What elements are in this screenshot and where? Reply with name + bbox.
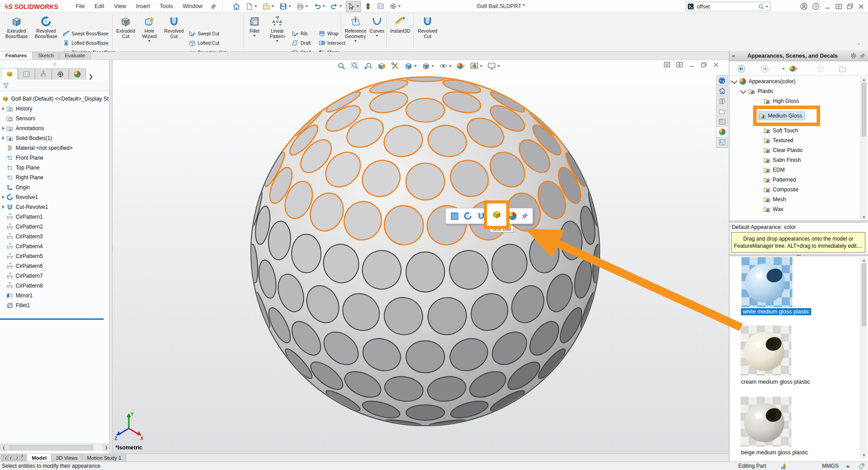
swatch-white-medium-gloss[interactable] xyxy=(741,257,792,307)
tree-item-sensors[interactable]: Sensors xyxy=(0,114,110,123)
dropdown-caret-icon[interactable] xyxy=(322,5,325,7)
tab-dimxpert-manager[interactable] xyxy=(52,68,69,80)
tab-evaluate[interactable]: Evaluate xyxy=(59,52,91,59)
tab-display-manager[interactable] xyxy=(69,68,86,80)
performance-warning-icon[interactable] xyxy=(780,463,788,470)
linear-pattern-button[interactable]: Linear Pattern xyxy=(266,14,289,50)
dropdown-caret-icon[interactable] xyxy=(432,65,434,67)
open-button[interactable] xyxy=(261,1,276,12)
collapse-chevron-icon[interactable] xyxy=(740,87,746,93)
revolved-cut-button-2[interactable]: Revolved Cut xyxy=(415,14,440,50)
rebuild-button[interactable] xyxy=(363,1,373,12)
expand-arrow-icon[interactable] xyxy=(0,107,6,110)
scroll-up-arrow[interactable]: ▲ xyxy=(862,77,866,82)
medium-gloss-selected-row[interactable]: Medium Gloss xyxy=(758,111,805,120)
tree-item-wax[interactable]: Wax xyxy=(729,204,860,214)
file-properties-button[interactable] xyxy=(375,1,386,12)
redo-button[interactable] xyxy=(329,1,344,12)
pin-icon[interactable] xyxy=(521,212,529,220)
menu-window[interactable]: Window xyxy=(178,1,207,12)
options-button[interactable] xyxy=(388,1,402,12)
edit-feature-revolve-icon[interactable] xyxy=(463,212,472,220)
collapse-chevron-icon[interactable] xyxy=(731,77,737,84)
edit-appearance-wheel-pencil-icon[interactable] xyxy=(789,64,798,73)
tree-root-part[interactable]: Golf Ball (Default) <<Default>_Display S… xyxy=(0,94,110,104)
dropdown-caret-icon[interactable] xyxy=(356,5,359,7)
dropdown-caret-icon[interactable] xyxy=(288,5,291,7)
restore-document-icon[interactable] xyxy=(701,62,707,68)
dropdown-caret-icon[interactable] xyxy=(276,40,279,42)
swatch-list-scrollbar[interactable]: ▲ ▼ xyxy=(860,257,867,458)
dropdown-caret-icon[interactable] xyxy=(782,68,785,70)
appearances-part-icon[interactable] xyxy=(491,209,502,220)
panel-viewport-splitter[interactable]: ⋮ xyxy=(110,60,113,453)
tree-item-fillet1[interactable]: Fillet1 xyxy=(0,301,110,310)
tree-item-clear-plastic[interactable]: Clear Plastic xyxy=(729,145,860,155)
tree-item-annotations[interactable]: Annotations xyxy=(0,123,110,133)
intersect-button[interactable]: Intersect xyxy=(318,38,345,47)
dropdown-caret-icon[interactable] xyxy=(398,5,401,7)
tree-item-cirpattern4[interactable]: CirPattern4 xyxy=(0,241,110,251)
panel-splitter-handle[interactable] xyxy=(0,63,110,66)
expand-arrow-icon[interactable] xyxy=(0,136,6,140)
search-dropdown-caret-icon[interactable] xyxy=(766,6,768,8)
tab-3d-views[interactable]: 3D Views xyxy=(51,454,82,462)
menu-pin-button[interactable] xyxy=(208,1,219,12)
revolved-boss-base-button[interactable]: Revolved Boss/Base xyxy=(32,14,60,50)
lofted-cut-button[interactable]: Lofted Cut xyxy=(189,38,219,47)
task-pane-splitter[interactable]: ••• xyxy=(729,254,868,256)
dropdown-caret-icon[interactable] xyxy=(271,5,274,7)
edit-appearance-button[interactable] xyxy=(456,61,466,71)
tree-item-soft-touch[interactable]: Soft Touch xyxy=(729,126,860,135)
login-user-icon[interactable] xyxy=(800,3,808,10)
tab-feature-manager[interactable] xyxy=(1,68,18,80)
reference-geometry-button[interactable]: Reference Geometry xyxy=(343,14,368,50)
dropdown-caret-icon[interactable] xyxy=(376,35,378,37)
swatch-cream-medium-gloss[interactable] xyxy=(741,326,792,376)
scroll-right-arrow[interactable]: ❯ xyxy=(102,445,110,451)
close-window-icon[interactable] xyxy=(858,3,864,10)
menu-tools[interactable]: Tools xyxy=(155,1,178,12)
show-left-pane-icon[interactable] xyxy=(664,61,670,68)
tab-design-library[interactable] xyxy=(716,96,728,106)
tree-item-edm[interactable]: EDM xyxy=(729,165,860,175)
expand-panes-icon[interactable] xyxy=(835,3,842,10)
curves-button[interactable]: Curves xyxy=(368,14,385,50)
last-tab-button[interactable]: ❯❘ xyxy=(20,455,26,461)
prev-tab-button[interactable]: ❮ xyxy=(8,455,13,461)
minimize-icon[interactable] xyxy=(824,3,831,10)
search-magnifier-icon[interactable] xyxy=(758,4,764,10)
tree-item-origin[interactable]: Origin xyxy=(0,182,110,192)
zoom-to-fit-button[interactable] xyxy=(336,61,347,71)
golf-ball-model[interactable] xyxy=(113,60,729,453)
select-tool-button[interactable] xyxy=(346,1,361,12)
tree-item-textured[interactable]: Textured xyxy=(729,135,860,145)
next-tab-button[interactable]: ❯ xyxy=(14,455,20,461)
rib-button[interactable]: Rib xyxy=(292,29,308,38)
dropdown-caret-icon[interactable] xyxy=(497,65,500,67)
tab-configuration-manager[interactable] xyxy=(35,68,52,80)
edit-sketch-icon[interactable] xyxy=(450,212,459,220)
print-button[interactable] xyxy=(295,1,310,12)
tab-motion-study[interactable]: Motion Study 1 xyxy=(83,454,127,462)
collapse-chevrons-icon[interactable]: « xyxy=(732,53,735,59)
expand-arrow-icon[interactable] xyxy=(0,195,6,199)
appearances-wheel-icon[interactable] xyxy=(508,212,517,220)
section-view-button[interactable] xyxy=(377,61,387,71)
menu-file[interactable]: File xyxy=(71,1,89,12)
tree-item-mesh[interactable]: Mesh xyxy=(729,195,860,204)
tree-item-cirpattern8[interactable]: CirPattern8 xyxy=(0,281,110,291)
tab-sketch[interactable]: Sketch xyxy=(33,52,59,59)
appearances-tree-scrollbar[interactable]: ▲ ▼ xyxy=(860,76,867,220)
tree-item-composite[interactable]: Composite xyxy=(729,185,860,195)
feature-tree-hscrollbar[interactable]: ❮ ❯ xyxy=(0,444,110,451)
search-input[interactable]: offset xyxy=(694,4,758,10)
show-right-pane-icon[interactable] xyxy=(676,61,683,68)
scroll-down-arrow[interactable]: ▼ xyxy=(862,453,866,457)
tree-item-cirpattern5[interactable]: CirPattern5 xyxy=(0,251,110,261)
wrap-button[interactable]: Wrap xyxy=(318,29,339,38)
tree-item-satin-finish[interactable]: Satin Finish xyxy=(729,155,860,165)
previous-view-button[interactable] xyxy=(363,61,373,71)
measure-button[interactable] xyxy=(390,61,400,71)
swatch-label-selected[interactable]: white medium gloss plastic xyxy=(741,308,811,315)
